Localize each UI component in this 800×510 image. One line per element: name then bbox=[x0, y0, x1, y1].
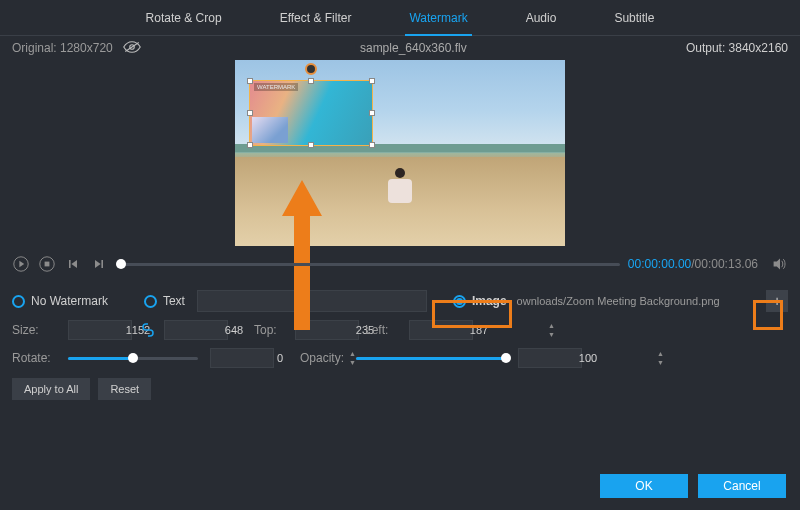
tab-rotate-crop[interactable]: Rotate & Crop bbox=[142, 0, 226, 36]
top-label: Top: bbox=[234, 323, 289, 337]
next-frame-button[interactable] bbox=[90, 255, 108, 273]
width-spinner[interactable]: ▲▼ bbox=[68, 320, 132, 340]
top-spinner[interactable]: ▲▼ bbox=[295, 320, 359, 340]
rotate-slider[interactable] bbox=[68, 348, 198, 368]
svg-marker-8 bbox=[71, 260, 77, 268]
height-spinner[interactable]: ▲▼ bbox=[164, 320, 228, 340]
time-display: 00:00:00.00/00:00:13.06 bbox=[628, 257, 758, 271]
prev-frame-button[interactable] bbox=[64, 255, 82, 273]
size-label: Size: bbox=[12, 323, 62, 337]
left-up[interactable]: ▲ bbox=[548, 321, 555, 330]
progress-bar[interactable] bbox=[116, 263, 620, 266]
apply-to-all-button[interactable]: Apply to All bbox=[12, 378, 90, 400]
opacity-label: Opacity: bbox=[280, 351, 350, 365]
cancel-button[interactable]: Cancel bbox=[698, 474, 786, 498]
svg-marker-4 bbox=[19, 261, 24, 267]
opacity-up[interactable]: ▲ bbox=[657, 349, 664, 358]
radio-no-watermark-label: No Watermark bbox=[31, 294, 108, 308]
footer-buttons: OK Cancel bbox=[600, 474, 786, 498]
svg-line-1 bbox=[125, 43, 139, 52]
tab-bar: Rotate & Crop Effect & Filter Watermark … bbox=[0, 0, 800, 36]
handle-tl[interactable] bbox=[247, 78, 253, 84]
radio-image-label: Image bbox=[472, 294, 507, 308]
handle-tr[interactable] bbox=[369, 78, 375, 84]
tab-effect-filter[interactable]: Effect & Filter bbox=[276, 0, 356, 36]
output-resolution: Output: 3840x2160 bbox=[686, 41, 788, 55]
handle-bm[interactable] bbox=[308, 142, 314, 148]
svg-rect-10 bbox=[101, 260, 103, 268]
handle-bl[interactable] bbox=[247, 142, 253, 148]
playback-bar: 00:00:00.00/00:00:13.06 bbox=[0, 250, 800, 278]
filename: sample_640x360.flv bbox=[141, 41, 686, 55]
add-image-button[interactable]: + bbox=[766, 290, 788, 312]
rotate-handle[interactable] bbox=[305, 63, 317, 75]
size-position-row: Size: ▲▼ ▲▼ Top: ▲▼ Left: ▲▼ bbox=[12, 316, 788, 344]
rotate-label: Rotate: bbox=[12, 351, 62, 365]
volume-icon[interactable] bbox=[772, 256, 788, 272]
rotate-up[interactable]: ▲ bbox=[349, 349, 356, 358]
stop-button[interactable] bbox=[38, 255, 56, 273]
left-spinner[interactable]: ▲▼ bbox=[409, 320, 473, 340]
tab-watermark[interactable]: Watermark bbox=[405, 0, 471, 36]
action-row: Apply to All Reset bbox=[12, 378, 788, 400]
svg-marker-9 bbox=[95, 260, 101, 268]
controls-panel: No Watermark Text Image ownloads/Zoom Me… bbox=[0, 278, 800, 400]
handle-tm[interactable] bbox=[308, 78, 314, 84]
handle-ml[interactable] bbox=[247, 110, 253, 116]
opacity-thumb[interactable] bbox=[501, 353, 511, 363]
link-aspect-icon[interactable] bbox=[140, 322, 156, 338]
watermark-overlay[interactable]: WATERMARK bbox=[249, 80, 373, 146]
left-input[interactable] bbox=[410, 324, 548, 336]
tab-subtitle[interactable]: Subtitle bbox=[610, 0, 658, 36]
handle-br[interactable] bbox=[369, 142, 375, 148]
preview-toggle-icon[interactable] bbox=[123, 41, 141, 55]
radio-text[interactable]: Text bbox=[144, 294, 185, 308]
left-label: Left: bbox=[365, 323, 403, 337]
rotate-down[interactable]: ▼ bbox=[349, 358, 356, 367]
preview-area: WATERMARK bbox=[0, 60, 800, 250]
tab-audio[interactable]: Audio bbox=[522, 0, 561, 36]
progress-handle[interactable] bbox=[116, 259, 126, 269]
left-down[interactable]: ▼ bbox=[548, 330, 555, 339]
svg-rect-6 bbox=[45, 262, 50, 267]
reset-button[interactable]: Reset bbox=[98, 378, 151, 400]
opacity-spinner[interactable]: ▲▼ bbox=[518, 348, 582, 368]
svg-rect-7 bbox=[69, 260, 71, 268]
text-watermark-input[interactable] bbox=[197, 290, 427, 312]
radio-no-watermark[interactable]: No Watermark bbox=[12, 294, 108, 308]
rotate-thumb[interactable] bbox=[128, 353, 138, 363]
radio-text-label: Text bbox=[163, 294, 185, 308]
handle-mr[interactable] bbox=[369, 110, 375, 116]
play-button[interactable] bbox=[12, 255, 30, 273]
opacity-input[interactable] bbox=[519, 352, 657, 364]
opacity-down[interactable]: ▼ bbox=[657, 358, 664, 367]
original-resolution: Original: 1280x720 bbox=[12, 41, 113, 55]
info-bar: Original: 1280x720 sample_640x360.flv Ou… bbox=[0, 36, 800, 60]
video-preview[interactable]: WATERMARK bbox=[235, 60, 565, 246]
svg-marker-11 bbox=[774, 258, 780, 269]
opacity-slider[interactable] bbox=[356, 348, 506, 368]
rotate-spinner[interactable]: ▲▼ bbox=[210, 348, 274, 368]
image-path-field: ownloads/Zoom Meeting Background.png bbox=[511, 290, 762, 312]
rotate-opacity-row: Rotate: ▲▼ Opacity: ▲▼ bbox=[12, 344, 788, 372]
radio-image[interactable]: Image bbox=[453, 294, 507, 308]
watermark-type-row: No Watermark Text Image ownloads/Zoom Me… bbox=[12, 286, 788, 316]
ok-button[interactable]: OK bbox=[600, 474, 688, 498]
